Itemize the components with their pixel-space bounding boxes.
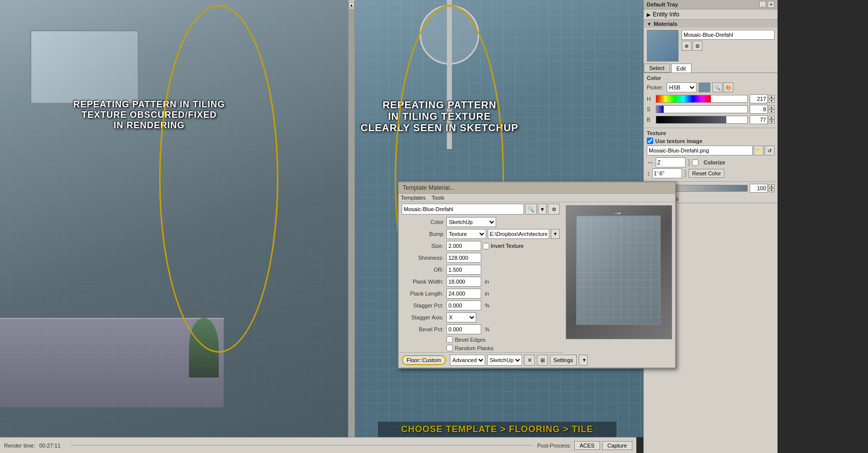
dialog-plank-length-input[interactable] [446,289,481,299]
texture-load-btn[interactable]: 📁 [754,146,764,155]
s-up[interactable]: ▲ [769,105,775,109]
h-value[interactable] [750,94,768,103]
dialog-or-wrap [446,265,560,275]
dialog-random-planks-label: Random Planks [455,345,494,351]
dialog-color-select[interactable]: SketchUp [446,217,496,227]
dialog-size-wrap: Invert Texture [446,241,560,251]
s-spin: ▲ ▼ [769,105,775,113]
dialog-invert-checkbox[interactable] [483,243,489,249]
texture-size-w-field[interactable] [656,157,686,167]
scroll-up-btn[interactable]: ▲ [348,2,354,8]
texture-filename-field[interactable] [647,146,753,155]
tab-edit[interactable]: Edit [671,64,692,73]
reset-color-btn[interactable]: Reset Color [689,169,724,178]
dialog-shininess-input[interactable] [446,253,481,263]
colorize-checkbox[interactable] [692,159,698,166]
dialog-bevel-pct-label: Bevel Pct: [402,326,446,332]
dialog-bottom-bar: Floor::Custom Advanced SketchUp ✕ ⊞ Sett… [399,352,563,368]
use-texture-checkbox[interactable] [647,138,653,144]
dialog-invert-label: Invert Texture [491,243,523,249]
dialog-bump-path[interactable] [488,229,549,239]
left-viewport: REPEATING PATTERN IN TILING TEXTURE OBSC… [0,0,348,437]
s-value[interactable] [750,105,768,114]
aces-button[interactable]: ACES [574,441,600,450]
entity-info-row[interactable]: ▶ Entity Info [644,9,778,19]
dialog-x-btn[interactable]: ✕ [524,355,535,366]
dialog-copy-btn[interactable]: ⊞ [537,355,548,366]
dialog-stagger-pct-input[interactable] [446,301,481,310]
color-palette-btn[interactable]: 🎨 [723,82,733,92]
dialog-settings-dropdown-btn[interactable]: ▼ [579,355,588,366]
dialog-bevel-pct-input[interactable] [446,324,481,334]
scroll-thumb [348,9,354,446]
use-texture-label: Use texture image [655,138,702,144]
b-up[interactable]: ▲ [769,116,775,120]
dialog-stagger-axis-select[interactable]: X [446,312,476,322]
picker-label: Picker: [647,84,667,90]
material-name-field[interactable] [682,30,775,40]
dialog-settings-btn[interactable]: Settings [550,355,577,366]
materials-arrow: ▼ [647,21,652,27]
material-action-icons: ⊕ ⊞ [682,41,775,51]
search-dropdown-btn[interactable]: ▼ [538,204,547,215]
dialog-bevel-pct-row: Bevel Pct: % [399,323,563,335]
use-texture-row: Use texture image [647,138,775,144]
template-material-dialog: Template Material... Templates Tools 🔍 ▼… [398,181,676,369]
dialog-random-planks-checkbox[interactable] [446,345,453,351]
dialog-bevel-edges-checkbox[interactable] [446,336,453,343]
dialog-bump-dropdown[interactable]: ▼ [551,229,560,239]
dialog-plank-length-label: Plank Length: [402,291,446,297]
tab-select[interactable]: Select [644,64,670,73]
panel-minimize-btn[interactable]: _ [759,1,766,8]
dialog-bump-type[interactable]: Texture [446,229,486,239]
entity-info-label: Entity Info [653,11,679,18]
s-slider[interactable] [656,105,748,113]
bathroom-render [0,0,348,437]
material-sample-btn[interactable]: ⊕ [682,41,692,51]
search-settings-btn[interactable]: ⚙ [548,204,560,215]
material-search-input[interactable] [402,204,524,215]
texture-size-h-field[interactable] [652,168,682,178]
bottom-annotation: CHOOSE TEMPLATE > FLOORING > TILE [378,422,616,437]
dialog-advanced-select[interactable]: Advanced [450,355,485,366]
h-down[interactable]: ▼ [769,99,775,103]
dialog-form: 🔍 ▼ ⚙ Color SketchUp Bump [399,202,563,368]
texture-section: Texture Use texture image 📁 ↺ ↔ } [644,128,778,181]
s-down[interactable]: ▼ [769,109,775,113]
material-fill-btn[interactable]: ⊞ [693,41,702,51]
dialog-title: Template Material... [399,182,675,194]
b-down[interactable]: ▼ [769,120,775,124]
dialog-sketchup-select[interactable]: SketchUp [487,355,522,366]
picker-row: Picker: HSB 🔍 🎨 [647,82,775,92]
menu-templates[interactable]: Templates [401,195,426,201]
h-up[interactable]: ▲ [769,95,775,99]
color-eyedropper-btn[interactable]: 🔍 [712,82,722,92]
materials-section-title[interactable]: ▼ Materials [644,20,778,28]
dialog-or-input[interactable] [446,265,481,275]
b-value[interactable] [750,115,768,124]
dialog-plank-width-input[interactable] [446,277,481,287]
resize-h-icon: ↕ [647,169,650,177]
search-btn[interactable]: 🔍 [525,204,537,215]
preview-x-arrow: → [659,315,667,324]
h-label: H [647,96,654,102]
dialog-size-input[interactable] [446,241,481,251]
dialog-stagger-pct-label: Stagger Pct: [402,302,446,308]
b-slider[interactable] [656,116,748,124]
picker-select[interactable]: HSB [667,82,696,92]
dialog-shininess-label: Shininess: [402,255,446,261]
materials-label: Materials [654,21,678,27]
color-swatch [698,82,710,92]
opacity-value[interactable] [750,184,768,193]
h-slider[interactable] [656,95,748,103]
panel-close-btn[interactable]: ✕ [768,1,775,8]
texture-reload-btn[interactable]: ↺ [765,146,775,155]
opacity-up[interactable]: ▲ [769,184,775,188]
capture-button[interactable]: Capture [602,441,632,450]
panel-title: Default Tray [647,1,678,7]
dialog-or-label: OR: [402,267,446,273]
floor-label: Floor::Custom [402,355,446,365]
menu-tools[interactable]: Tools [432,195,444,201]
opacity-down[interactable]: ▼ [769,188,775,192]
center-scrollbar[interactable]: ▲ ▼ [348,0,355,453]
